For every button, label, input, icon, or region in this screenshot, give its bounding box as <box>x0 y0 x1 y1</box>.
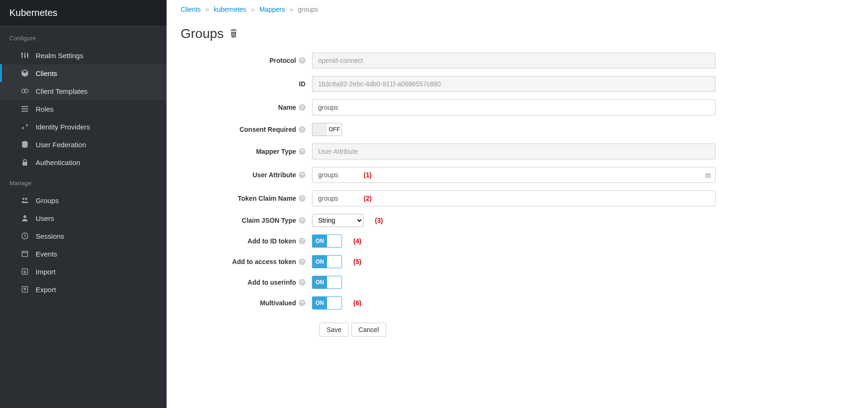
help-icon[interactable]: ? <box>299 57 305 64</box>
help-icon[interactable]: ? <box>299 238 305 244</box>
clock-icon <box>21 232 29 240</box>
sidebar-item-users[interactable]: Users <box>0 209 167 227</box>
realm-selector[interactable]: Kubernetes <box>0 0 167 26</box>
token-claim-input[interactable] <box>312 190 716 206</box>
annotation-6: (6) <box>353 299 361 307</box>
breadcrumb-link-clients[interactable]: Clients <box>181 6 201 13</box>
sidebar-item-user-federation[interactable]: User Federation <box>0 136 167 153</box>
sidebar-item-label: Authentication <box>36 159 80 166</box>
sidebar-item-import[interactable]: Import <box>0 263 167 280</box>
label-add-userinfo: Add to userinfo <box>248 279 296 286</box>
sidebar-item-label: Users <box>36 214 54 222</box>
label-user-attribute: User Attribute <box>252 171 296 179</box>
svg-rect-8 <box>22 106 28 107</box>
page-title: Groups <box>181 26 224 41</box>
annotation-3: (3) <box>375 217 383 224</box>
svg-rect-3 <box>21 53 23 54</box>
svg-rect-4 <box>24 56 26 57</box>
breadcrumb-current: groups <box>298 6 318 13</box>
sidebar-item-roles[interactable]: Roles <box>0 100 167 118</box>
sidebar-item-label: Sessions <box>36 232 64 240</box>
help-icon[interactable]: ? <box>299 258 305 265</box>
sidebar-item-authentication[interactable]: Authentication <box>0 153 167 171</box>
sidebar-item-label: Import <box>36 268 56 276</box>
annotation-2: (2) <box>364 195 372 202</box>
autofill-icon: ▤ <box>705 172 711 179</box>
toggle-on-label: ON <box>312 235 327 247</box>
user-attribute-input[interactable] <box>312 167 716 183</box>
help-icon[interactable]: ? <box>299 279 305 286</box>
sidebar-item-label: Identity Providers <box>36 123 90 131</box>
label-add-access: Add to access token <box>232 258 296 265</box>
help-icon[interactable]: ? <box>299 195 305 202</box>
svg-rect-10 <box>22 111 28 112</box>
database-icon <box>21 140 29 149</box>
add-id-toggle[interactable]: ON <box>312 234 342 248</box>
sidebar-item-realm-settings[interactable]: Realm Settings <box>0 46 167 64</box>
section-manage-label: Manage <box>0 171 167 191</box>
breadcrumb-link-mappers[interactable]: Mappers <box>259 6 285 13</box>
claim-type-select[interactable]: String <box>312 214 364 227</box>
svg-rect-1 <box>24 53 25 58</box>
svg-rect-5 <box>27 54 29 55</box>
label-id: ID <box>299 80 305 88</box>
chevron-right-icon: » <box>206 6 209 13</box>
sidebar: Kubernetes Configure Realm Settings Clie… <box>0 0 167 408</box>
label-token-claim: Token Claim Name <box>238 195 296 202</box>
sidebar-item-label: Client Templates <box>36 87 88 95</box>
toggle-on-label: ON <box>312 256 327 268</box>
toggle-on-label: ON <box>312 297 327 309</box>
sidebar-item-clients[interactable]: Clients <box>0 64 167 82</box>
label-claim-type: Claim JSON Type <box>242 217 296 224</box>
label-add-id: Add to ID token <box>248 237 296 245</box>
consent-toggle[interactable]: OFF <box>312 123 342 136</box>
annotation-4: (4) <box>353 237 361 245</box>
label-protocol: Protocol <box>269 57 296 64</box>
svg-point-13 <box>23 198 24 200</box>
add-userinfo-toggle[interactable]: ON <box>312 276 342 289</box>
sidebar-item-label: User Federation <box>36 141 86 149</box>
cancel-button[interactable]: Cancel <box>351 323 386 337</box>
help-icon[interactable]: ? <box>299 217 305 224</box>
help-icon[interactable]: ? <box>299 172 305 178</box>
sidebar-item-label: Roles <box>36 105 53 113</box>
svg-point-15 <box>23 215 26 218</box>
save-button[interactable]: Save <box>320 323 349 337</box>
trash-icon[interactable] <box>229 29 238 39</box>
label-mapper-type: Mapper Type <box>256 148 296 155</box>
sidebar-item-export[interactable]: Export <box>0 280 167 298</box>
lock-icon <box>21 158 29 166</box>
label-name: Name <box>278 104 296 111</box>
sidebar-item-groups[interactable]: Groups <box>0 191 167 209</box>
help-icon[interactable]: ? <box>299 104 305 111</box>
breadcrumb-link-kubernetes[interactable]: kubernetes <box>214 6 246 13</box>
sidebar-item-events[interactable]: Events <box>0 245 167 263</box>
help-icon[interactable]: ? <box>299 300 305 306</box>
add-access-toggle[interactable]: ON <box>312 255 342 268</box>
chevron-right-icon: » <box>289 6 293 13</box>
sidebar-item-client-templates[interactable]: Client Templates <box>0 82 167 100</box>
main-content: Clients » kubernetes » Mappers » groups … <box>167 0 868 408</box>
help-icon[interactable]: ? <box>299 148 305 155</box>
section-configure-label: Configure <box>0 26 167 46</box>
label-multivalued: Multivalued <box>260 299 296 307</box>
svg-point-14 <box>25 198 27 200</box>
rings-icon <box>21 87 29 95</box>
sidebar-item-label: Realm Settings <box>36 52 84 60</box>
name-input[interactable] <box>312 99 716 115</box>
svg-rect-0 <box>22 53 23 58</box>
sidebar-item-label: Groups <box>36 196 59 204</box>
sliders-icon <box>21 51 29 60</box>
realm-name: Kubernetes <box>9 8 57 18</box>
svg-rect-17 <box>22 251 28 257</box>
sidebar-item-sessions[interactable]: Sessions <box>0 227 167 245</box>
sidebar-item-identity-providers[interactable]: Identity Providers <box>0 118 167 136</box>
multivalued-toggle[interactable]: ON <box>312 296 342 310</box>
id-field: 1b3c8a92-2ebc-4db0-911f-a0686557c880 <box>312 76 716 92</box>
svg-point-7 <box>24 89 28 93</box>
chevron-right-icon: » <box>251 6 255 13</box>
svg-rect-9 <box>22 108 28 109</box>
toggle-off-label: OFF <box>327 123 342 136</box>
help-icon[interactable]: ? <box>299 126 305 133</box>
annotation-1: (1) <box>364 171 372 179</box>
